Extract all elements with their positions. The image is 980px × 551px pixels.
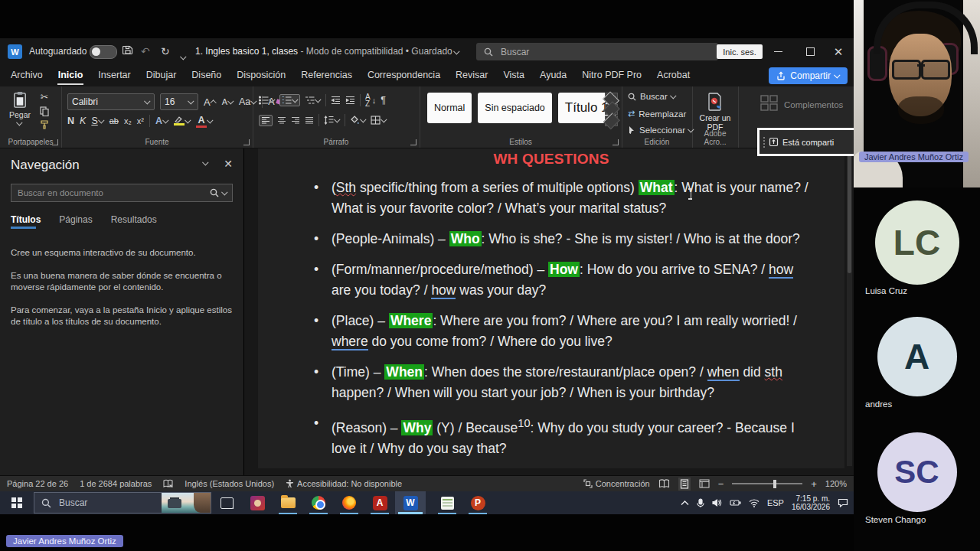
taskbar-app-firefox[interactable] <box>334 491 364 514</box>
zoom-slider[interactable] <box>732 483 802 484</box>
grow-font-button[interactable]: A <box>204 97 217 107</box>
navpane-tab-p-ginas[interactable]: Páginas <box>59 214 92 229</box>
word-count[interactable]: 1 de 2684 palabras <box>80 479 152 488</box>
menu-tab-nitro-pdf-pro[interactable]: Nitro PDF Pro <box>574 65 649 86</box>
addins-button[interactable] <box>760 94 779 112</box>
language-indicator[interactable]: ESP <box>767 498 784 507</box>
webcam-video[interactable]: Javier Andres Muñoz Ortiz <box>854 0 980 187</box>
increase-indent-button[interactable] <box>345 96 355 105</box>
navpane-search-input[interactable] <box>16 187 206 198</box>
participant-tile-steven-chango[interactable]: SCSteven Chango <box>854 432 980 512</box>
participant-tile-luisa-cruz[interactable]: LCLuisa Cruz <box>854 201 980 285</box>
battery-icon[interactable] <box>730 499 741 507</box>
font-color-button[interactable]: A <box>196 114 213 128</box>
shrink-font-button[interactable]: A <box>222 97 234 107</box>
web-layout-button[interactable] <box>699 479 710 488</box>
microphone-icon[interactable] <box>697 498 704 508</box>
taskbar-app-chrome[interactable] <box>303 491 334 514</box>
font-dialog-launcher[interactable] <box>243 139 250 145</box>
zoom-out-button[interactable]: − <box>718 478 724 490</box>
align-left-button[interactable] <box>259 115 273 126</box>
highlight-color-button[interactable] <box>174 116 191 126</box>
line-spacing-button[interactable] <box>324 116 340 125</box>
menu-tab-vista[interactable]: Vista <box>495 65 532 86</box>
navpane-tab-t-tulos[interactable]: Títulos <box>11 214 41 229</box>
text-effects-button[interactable]: A <box>155 116 168 126</box>
font-size-combobox[interactable]: 16 <box>160 93 198 110</box>
menu-tab-referencias[interactable]: Referencias <box>293 65 360 86</box>
task-view-button[interactable] <box>211 491 242 514</box>
taskbar-app-acrobat[interactable]: A <box>364 491 395 514</box>
participant-tile-andres[interactable]: Aandres <box>854 317 980 396</box>
bullet-list-button[interactable] <box>259 96 275 105</box>
qat-customize-icon[interactable] <box>181 49 186 63</box>
underline-button[interactable]: S <box>91 116 103 126</box>
copy-icon[interactable] <box>40 106 49 116</box>
taskbar-clock[interactable]: 7:15 p. m. 16/03/2026 <box>792 494 830 511</box>
sharing-toast[interactable]: Está comparti <box>757 128 854 156</box>
strikethrough-button[interactable]: ab <box>109 116 119 126</box>
select-button[interactable]: Seleccionar <box>628 126 694 135</box>
decrease-indent-button[interactable] <box>331 96 341 105</box>
redo-icon[interactable]: ↻ <box>161 44 170 58</box>
speaker-icon[interactable] <box>712 498 722 507</box>
menu-tab-inicio[interactable]: Inicio <box>51 65 91 86</box>
wifi-icon[interactable] <box>749 499 760 507</box>
titlebar-search[interactable] <box>476 43 718 60</box>
zoom-level[interactable]: 120% <box>825 479 847 488</box>
navpane-tab-resultados[interactable]: Resultados <box>111 214 157 229</box>
subscript-button[interactable]: x₂ <box>124 116 132 126</box>
superscript-button[interactable]: x² <box>137 116 144 126</box>
bold-button[interactable]: N <box>67 116 74 126</box>
navpane-close-icon[interactable]: ✕ <box>224 158 233 170</box>
notification-icon[interactable] <box>838 498 848 507</box>
align-center-button[interactable] <box>277 116 286 125</box>
menu-tab-disposici-n[interactable]: Disposición <box>229 65 293 86</box>
undo-icon[interactable]: ↶ <box>141 44 150 58</box>
titlebar-search-input[interactable] <box>499 46 655 58</box>
focus-mode-button[interactable]: Concentración <box>583 479 650 488</box>
share-button[interactable]: Compartir <box>769 67 848 84</box>
menu-tab-insertar[interactable]: Insertar <box>90 65 138 86</box>
style-card-normal[interactable]: Normal <box>427 93 472 123</box>
save-icon[interactable] <box>122 44 133 55</box>
find-button[interactable]: Buscar <box>628 92 676 101</box>
menu-tab-dise-o[interactable]: Diseño <box>184 65 229 86</box>
menu-tab-dibujar[interactable]: Dibujar <box>139 65 185 86</box>
sort-button[interactable]: AZ↓ <box>365 93 376 107</box>
taskbar-search-input[interactable] <box>57 497 141 509</box>
read-mode-button[interactable] <box>658 479 670 488</box>
accessibility-status[interactable]: Accesibilidad: No disponible <box>286 479 402 488</box>
align-right-button[interactable] <box>291 116 300 125</box>
styles-dialog-launcher[interactable] <box>612 139 619 145</box>
page-indicator[interactable]: Página 22 de 26 <box>7 479 68 488</box>
menu-tab-acrobat[interactable]: Acrobat <box>649 65 697 86</box>
taskbar-app-word[interactable]: W <box>395 491 426 514</box>
justify-button[interactable] <box>305 116 314 125</box>
multilevel-list-button[interactable] <box>305 96 321 105</box>
replace-button[interactable]: ⇄ Reemplazar <box>628 109 686 119</box>
create-pdf-button[interactable]: Crear un PDF <box>692 93 738 132</box>
close-button[interactable]: ✕ <box>823 38 854 65</box>
toast-grip[interactable] <box>763 137 765 148</box>
menu-tab-archivo[interactable]: Archivo <box>3 65 51 86</box>
shading-button[interactable] <box>350 116 366 125</box>
menu-tab-ayuda[interactable]: Ayuda <box>532 65 574 86</box>
paragraph-dialog-launcher[interactable] <box>410 139 416 145</box>
navpane-search[interactable] <box>11 184 233 202</box>
style-card-sin-espaciado[interactable]: Sin espaciado <box>478 93 552 123</box>
language-indicator[interactable]: Inglés (Estados Unidos) <box>185 479 274 488</box>
taskbar-app-powerpoint[interactable]: P <box>462 491 493 514</box>
start-button[interactable] <box>0 491 34 514</box>
search-highlight-art[interactable] <box>162 493 211 513</box>
zoom-in-button[interactable]: + <box>811 478 817 490</box>
sign-in-button[interactable]: Inic. ses. <box>717 44 763 59</box>
vertical-scrollbar[interactable] <box>847 151 852 466</box>
menu-tab-correspondencia[interactable]: Correspondencia <box>360 65 448 86</box>
title-chevron-icon[interactable] <box>453 48 459 54</box>
menu-tab-revisar[interactable]: Revisar <box>448 65 495 86</box>
taskbar-app-notes[interactable] <box>432 491 462 514</box>
clipboard-dialog-launcher[interactable] <box>52 139 58 145</box>
proofing-status-icon[interactable] <box>163 479 173 488</box>
format-painter-icon[interactable] <box>40 120 49 129</box>
